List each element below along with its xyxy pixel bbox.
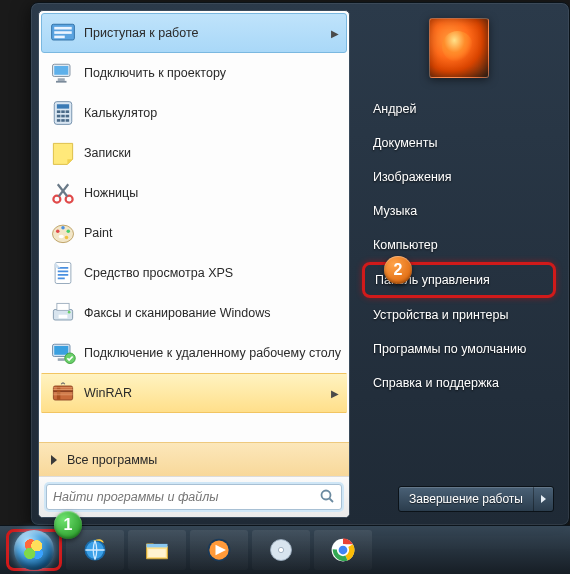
program-label: Paint <box>84 226 342 240</box>
program-label: Подключить к проектору <box>84 66 342 80</box>
shutdown-options-button[interactable] <box>533 487 553 511</box>
program-winrar[interactable]: WinRAR ▶ <box>41 373 347 413</box>
right-item-label: Изображения <box>373 170 452 184</box>
program-label: Средство просмотра XPS <box>84 266 342 280</box>
right-item-label: Документы <box>373 136 437 150</box>
right-item-default-programs[interactable]: Программы по умолчанию <box>362 332 556 366</box>
right-item-help[interactable]: Справка и поддержка <box>362 366 556 400</box>
right-item-documents[interactable]: Документы <box>362 126 556 160</box>
right-item-music[interactable]: Музыка <box>362 194 556 228</box>
shutdown-label: Завершение работы <box>409 492 523 506</box>
svg-point-31 <box>68 311 71 314</box>
right-item-pictures[interactable]: Изображения <box>362 160 556 194</box>
all-programs[interactable]: Все программы <box>39 442 349 476</box>
user-avatar[interactable] <box>429 18 489 78</box>
media-player-icon <box>205 536 233 564</box>
disc-icon <box>267 536 295 564</box>
program-projector[interactable]: Подключить к проектору <box>41 53 347 93</box>
svg-rect-11 <box>61 110 65 113</box>
program-label: Ножницы <box>84 186 342 200</box>
right-item-label: Программы по умолчанию <box>373 342 526 356</box>
search-box[interactable] <box>46 484 342 510</box>
callout-badge-2: 2 <box>384 256 412 284</box>
program-getting-started[interactable]: Приступая к работе ▶ <box>41 13 347 53</box>
internet-explorer-icon <box>81 536 109 564</box>
svg-rect-6 <box>58 78 65 81</box>
getting-started-icon <box>48 18 78 48</box>
program-label: Приступая к работе <box>84 26 328 40</box>
right-item-devices-printers[interactable]: Устройства и принтеры <box>362 298 556 332</box>
right-item-label: Устройства и принтеры <box>373 308 508 322</box>
svg-rect-5 <box>54 66 68 75</box>
svg-point-23 <box>61 226 65 230</box>
program-remote-desktop[interactable]: Подключение к удаленному рабочему столу <box>41 333 347 373</box>
svg-rect-40 <box>148 549 166 557</box>
shutdown-button-group: Завершение работы <box>398 486 554 512</box>
right-items-list: Андрей Документы Изображения Музыка Комп… <box>362 92 556 480</box>
start-menu-right-pane: Андрей Документы Изображения Музыка Комп… <box>350 10 562 518</box>
program-sticky-notes[interactable]: Записки <box>41 133 347 173</box>
remote-desktop-icon <box>48 338 78 368</box>
shutdown-button[interactable]: Завершение работы <box>399 487 533 511</box>
submenu-arrow-icon: ▶ <box>328 388 342 399</box>
program-fax-scan[interactable]: Факсы и сканирование Windows <box>41 293 347 333</box>
program-snipping-tool[interactable]: Ножницы <box>41 173 347 213</box>
paint-icon <box>48 218 78 248</box>
xps-viewer-icon <box>48 258 78 288</box>
svg-rect-12 <box>66 110 70 113</box>
svg-rect-10 <box>57 110 61 113</box>
search-input[interactable] <box>53 490 319 504</box>
all-programs-label: Все программы <box>67 453 157 467</box>
right-item-label: Компьютер <box>373 238 438 252</box>
shutdown-row: Завершение работы <box>362 480 556 512</box>
svg-rect-17 <box>61 119 65 122</box>
callout-badge-1: 1 <box>54 511 82 539</box>
svg-rect-13 <box>57 115 61 118</box>
program-calculator[interactable]: Калькулятор <box>41 93 347 133</box>
program-label: Записки <box>84 146 342 160</box>
arrow-right-icon <box>51 455 57 465</box>
program-paint[interactable]: Paint <box>41 213 347 253</box>
start-menu-left-pane: Приступая к работе ▶ Подключить к проект… <box>38 10 350 518</box>
taskbar-media-player[interactable] <box>190 530 248 570</box>
svg-point-26 <box>59 235 64 239</box>
search-area <box>39 476 349 517</box>
submenu-arrow-icon: ▶ <box>328 28 342 39</box>
taskbar-generic-app[interactable] <box>252 530 310 570</box>
svg-rect-41 <box>147 544 168 548</box>
right-item-label: Справка и поддержка <box>373 376 499 390</box>
snipping-tool-icon <box>48 178 78 208</box>
svg-rect-34 <box>58 358 65 361</box>
program-label: Калькулятор <box>84 106 342 120</box>
winrar-icon <box>48 378 78 408</box>
program-xps-viewer[interactable]: Средство просмотра XPS <box>41 253 347 293</box>
projector-icon <box>48 58 78 88</box>
taskbar-explorer[interactable] <box>128 530 186 570</box>
taskbar <box>0 525 570 574</box>
fax-scan-icon <box>48 298 78 328</box>
chrome-icon <box>329 536 357 564</box>
svg-rect-3 <box>54 36 65 39</box>
svg-rect-29 <box>57 303 69 310</box>
program-label: Подключение к удаленному рабочему столу <box>84 346 342 360</box>
file-explorer-icon <box>143 536 171 564</box>
svg-rect-18 <box>66 119 70 122</box>
svg-point-22 <box>56 230 60 234</box>
program-list: Приступая к работе ▶ Подключить к проект… <box>39 11 349 442</box>
svg-rect-7 <box>56 81 67 83</box>
svg-rect-9 <box>57 104 69 108</box>
taskbar-chrome[interactable] <box>314 530 372 570</box>
sticky-notes-icon <box>48 138 78 168</box>
right-item-user[interactable]: Андрей <box>362 92 556 126</box>
arrow-right-icon <box>541 495 546 503</box>
svg-point-25 <box>65 236 69 240</box>
svg-rect-2 <box>54 31 72 34</box>
program-label: WinRAR <box>84 386 328 400</box>
svg-rect-30 <box>59 315 68 319</box>
svg-rect-16 <box>57 119 61 122</box>
start-button[interactable] <box>14 530 54 570</box>
calculator-icon <box>48 98 78 128</box>
right-item-label: Музыка <box>373 204 417 218</box>
svg-rect-14 <box>61 115 65 118</box>
start-button-callout <box>6 529 62 571</box>
